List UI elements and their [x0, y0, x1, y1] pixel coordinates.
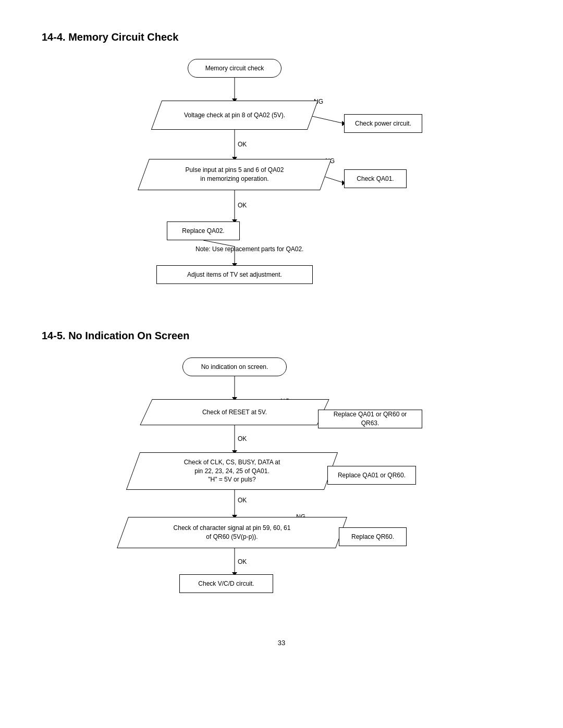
- section-title-14-5: 14-5. No Indication On Screen: [42, 330, 521, 342]
- node-replace-qa01-qr60: Replace QA01 or QR60.: [327, 466, 416, 485]
- node-note-qa02: Note: Use replacement parts for QA02.: [195, 245, 303, 253]
- svg-text:OK: OK: [238, 435, 247, 442]
- flowchart-14-4: NG OK NG OK Memory circuit check Voltage…: [42, 59, 521, 299]
- node-adjust-tv-set: Adjust items of TV set adjustment.: [156, 265, 313, 284]
- node-replace-qr60: Replace QR60.: [339, 527, 407, 546]
- page-number: 33: [42, 639, 521, 647]
- svg-text:OK: OK: [238, 202, 247, 209]
- node-check-power-circuit: Check power circuit.: [344, 114, 422, 133]
- node-check-vcd-circuit: Check V/C/D circuit.: [179, 574, 273, 593]
- node-voltage-check-qa02: Voltage check at pin 8 of QA02 (5V).: [156, 101, 313, 130]
- node-pulse-input-qa02: Pulse input at pins 5 and 6 of QA02in me…: [143, 159, 326, 190]
- svg-text:OK: OK: [238, 497, 247, 504]
- node-memory-circuit-check: Memory circuit check: [188, 59, 282, 78]
- node-replace-qa01-qr60-qr63: Replace QA01 or QR60 or QR63.: [318, 410, 422, 428]
- section-title-14-4: 14-4. Memory Circuit Check: [42, 31, 521, 43]
- section-14-5: 14-5. No Indication On Screen: [42, 330, 521, 608]
- node-check-clk-cs-busy-data: Check of CLK, CS, BUSY, DATA atpin 22, 2…: [133, 452, 331, 490]
- node-check-character-signal: Check of character signal at pin 59, 60,…: [123, 517, 341, 548]
- node-replace-qa02: Replace QA02.: [167, 221, 240, 240]
- flowchart-14-5: NG OK NG OK NG OK No indication on scree…: [42, 357, 521, 608]
- svg-line-4: [308, 115, 344, 124]
- node-check-reset-5v: Check of RESET at 5V.: [146, 399, 323, 425]
- section-14-4: 14-4. Memory Circuit Check: [42, 31, 521, 299]
- node-check-qa01: Check QA01.: [344, 169, 407, 188]
- svg-text:OK: OK: [238, 141, 247, 148]
- svg-text:OK: OK: [238, 558, 247, 565]
- node-no-indication-on-screen: No indication on screen.: [182, 357, 287, 376]
